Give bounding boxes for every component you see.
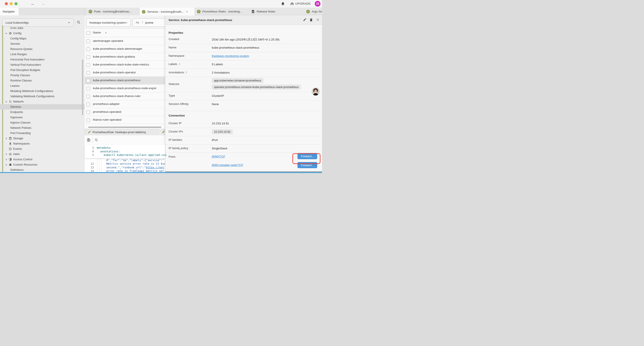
row-checkbox[interactable] xyxy=(86,95,90,98)
sidebar-item-runtime-classes[interactable]: Runtime Classes xyxy=(0,78,84,83)
sidebar-scrollbar[interactable] xyxy=(82,59,83,115)
chevron-right-icon[interactable] xyxy=(5,158,8,161)
sidebar-item-endpoints[interactable]: Endpoints xyxy=(0,109,84,115)
traffic-light-zoom-icon[interactable] xyxy=(14,2,18,5)
editor-url-link[interactable]: https://net xyxy=(146,166,164,169)
editor-search-icon[interactable] xyxy=(95,138,98,142)
sidebar-item-horizontal-pod-autoscalers[interactable]: Horizontal Pod Autoscalers xyxy=(0,57,84,62)
sidebar-item-port-forwarding[interactable]: Port Forwarding xyxy=(0,130,84,136)
sidebar-item-label: Config Maps xyxy=(10,37,26,40)
horizontal-scrollbar[interactable] xyxy=(88,127,161,128)
sidebar-item-access-control[interactable]: Access Control xyxy=(0,157,84,162)
row-checkbox[interactable] xyxy=(86,110,90,114)
sidebar-item-helm[interactable]: Helm xyxy=(0,152,84,157)
table-row[interactable]: kube-prometheus-stack-kube-state-metrics xyxy=(84,61,165,69)
sidebar-item-events[interactable]: Events xyxy=(0,146,84,152)
tab-release-notes[interactable]: Release Notes xyxy=(249,8,304,15)
sidebar-item-limit-ranges[interactable]: Limit Ranges xyxy=(0,52,84,57)
table-row[interactable]: kube-prometheus-stack-alertmanager xyxy=(84,45,165,53)
traffic-light-minimize-icon[interactable] xyxy=(10,2,13,5)
close-icon[interactable] xyxy=(316,18,319,21)
sidebar-item-namespaces[interactable]: Namespaces xyxy=(0,141,84,146)
tab-pods-icecheng-mathmas[interactable]: Pods - icecheng@mathmas... xyxy=(86,8,140,15)
delete-trash-icon[interactable] xyxy=(310,18,313,21)
select-all-checkbox[interactable] xyxy=(86,31,90,35)
chevron-right-icon[interactable] xyxy=(5,137,8,140)
port-link[interactable]: 8080:reloader-web/TCP xyxy=(212,163,243,167)
table-row[interactable]: kube-prometheus-stack-thanos-ruler xyxy=(84,92,165,100)
row-checkbox[interactable] xyxy=(86,63,90,67)
table-row-label: kube-prometheus-stack-operator xyxy=(93,71,136,74)
name-column-header[interactable]: Name xyxy=(93,31,101,34)
sidebar-item-network[interactable]: Network xyxy=(0,99,84,104)
editor-tab-2[interactable] xyxy=(160,129,165,135)
sidebar-item-services[interactable]: Services xyxy=(0,104,84,109)
sidebar-item-ingresses[interactable]: Ingresses xyxy=(0,115,84,120)
chevron-down-icon[interactable] xyxy=(5,100,8,103)
sort-ascending-icon[interactable] xyxy=(104,31,107,34)
row-checkbox[interactable] xyxy=(86,118,90,122)
sort-updown-icon[interactable] xyxy=(178,63,181,65)
traffic-light-close-icon[interactable] xyxy=(5,2,8,5)
upgrade-icon[interactable] xyxy=(290,2,294,6)
tab-argo-se[interactable]: Argo Se xyxy=(304,8,322,15)
editor-tab[interactable]: PrometheusRule: freeleaps-prod-rabbitmq xyxy=(84,129,160,135)
row-checkbox[interactable] xyxy=(86,87,90,90)
namespace-select[interactable]: freeleaps-monitoring-system xyxy=(86,18,131,27)
table-row[interactable]: kube-prometheus-stack-prometheus xyxy=(84,77,165,84)
sidebar-item-vertical-pod-autoscalers[interactable]: Vertical Pod Autoscalers xyxy=(0,62,84,67)
row-checkbox[interactable] xyxy=(86,39,90,43)
sidebar-item-storage[interactable]: Storage xyxy=(0,136,84,141)
edit-pencil-icon[interactable] xyxy=(303,18,306,21)
back-icon[interactable]: ← xyxy=(31,0,35,8)
row-checkbox[interactable] xyxy=(86,71,90,75)
sidebar-item-pod-disruption-budgets[interactable]: Pod Disruption Budgets xyxy=(0,67,84,73)
row-checkbox[interactable] xyxy=(86,102,90,106)
yaml-editor[interactable]: 0","for":"1m","labels":{"service":"12Met… xyxy=(84,145,165,173)
account-badge[interactable]: 15 xyxy=(315,1,320,6)
table-row[interactable]: kube-prometheus-stack-operator xyxy=(84,69,165,77)
notifications-bell-icon[interactable] xyxy=(281,2,285,6)
sidebar-item-config[interactable]: Config xyxy=(0,31,84,36)
row-checkbox[interactable] xyxy=(86,47,90,51)
chevron-down-icon[interactable] xyxy=(5,32,8,35)
tab-services-icecheng-math[interactable]: Services - icecheng@math...× xyxy=(139,8,195,15)
table-row[interactable]: alertmanager-operated xyxy=(84,37,165,45)
sidebar-item-validating-webhook-configurations[interactable]: Validating Webhook Configurations xyxy=(0,94,84,99)
table-row[interactable]: prometheus-operated xyxy=(84,108,165,116)
sidebar-item-custom-resources[interactable]: Custom Resources xyxy=(0,162,84,167)
sidebar-item-definitions[interactable]: Definitions xyxy=(0,167,84,173)
sidebar-item-leases[interactable]: Leases xyxy=(0,83,84,88)
chevron-down-icon[interactable] xyxy=(5,163,8,166)
upgrade-label[interactable]: UPGRADE xyxy=(295,2,310,5)
table-row[interactable]: thanos-ruler-operated xyxy=(84,116,165,124)
tab-close-icon[interactable]: × xyxy=(186,10,188,13)
forward-icon[interactable]: → xyxy=(41,0,45,8)
sidebar-item-cron-jobs[interactable]: Cron Jobs xyxy=(0,25,84,31)
table-row[interactable]: kube-prometheus-stack-grafana xyxy=(84,53,165,61)
sidebar-item-secrets[interactable]: Secrets xyxy=(0,41,84,46)
filter-input[interactable]: Aa .* prome xyxy=(132,18,168,27)
tab-prometheus-rules-icecheng[interactable]: Prometheus Rules - icecheng... xyxy=(194,8,249,15)
match-case-icon[interactable]: Aa xyxy=(136,21,139,24)
chevron-right-icon[interactable] xyxy=(5,153,8,156)
navigator-tab[interactable]: Navigator xyxy=(0,8,19,15)
row-checkbox[interactable] xyxy=(86,79,90,82)
port-link[interactable]: 9090/TCP xyxy=(212,155,225,158)
save-icon[interactable] xyxy=(87,138,90,142)
sort-updown-icon[interactable] xyxy=(185,71,188,74)
sidebar-item-ingress-classes[interactable]: Ingress Classes xyxy=(0,120,84,125)
sidebar-item-config-maps[interactable]: Config Maps xyxy=(0,36,84,41)
sidebar-item-mutating-webhook-configurations[interactable]: Mutating Webhook Configurations xyxy=(0,88,84,94)
sidebar-search-icon[interactable] xyxy=(77,20,80,24)
sidebar-item-network-policies[interactable]: Network Policies xyxy=(0,125,84,130)
regex-icon[interactable]: .* xyxy=(141,21,143,24)
table-row[interactable]: kube-prometheus-stack-prometheus-node-ex… xyxy=(84,84,165,92)
table-row[interactable]: prometheus-adapter xyxy=(84,100,165,108)
avatar[interactable] xyxy=(311,87,320,96)
sidebar-item-resource-quotas[interactable]: Resource Quotas xyxy=(0,46,84,52)
detail-row-name: Namekube-prometheus-stack-prometheus xyxy=(165,43,322,52)
row-checkbox[interactable] xyxy=(86,55,90,59)
sidebar-item-priority-classes[interactable]: Priority Classes xyxy=(0,73,84,78)
detail-value-link[interactable]: freeleaps-monitoring-system xyxy=(212,54,249,58)
